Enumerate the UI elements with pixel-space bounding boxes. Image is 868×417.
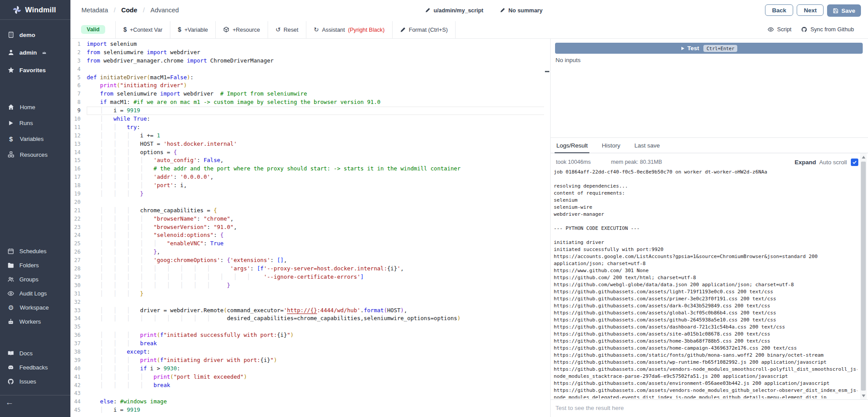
script-path-edit[interactable]: u/admin/my_script <box>425 7 483 14</box>
code-line[interactable]: 31 │ │ │ } <box>70 290 550 298</box>
sidebar-item-audit-logs[interactable]: Audit Logs <box>0 286 70 300</box>
line-number: 2 <box>70 48 87 57</box>
sidebar-item-feedbacks[interactable]: Feedbacks <box>0 360 70 374</box>
sidebar-item-workers[interactable]: Workers <box>0 314 70 328</box>
code-line[interactable]: 2from seleniumwire import webdriver <box>70 48 550 57</box>
expand-logs-button[interactable]: Expand <box>794 159 816 166</box>
sidebar-item-groups[interactable]: Groups <box>0 272 70 286</box>
code-line[interactable]: 33 │ │ │ driver = webdriver.Remote(comma… <box>70 306 550 315</box>
collapse-sidebar-button[interactable]: ← <box>5 398 14 407</box>
sidebar-item-home[interactable]: Home <box>0 99 70 115</box>
sidebar-item-favorites[interactable]: Favorites <box>0 61 70 79</box>
add-context-var-button[interactable]: $ +Context Var <box>116 21 169 38</box>
add-variable-button[interactable]: $ +Variable <box>171 21 215 38</box>
sidebar-item-schedules[interactable]: Schedules <box>0 244 70 258</box>
code-line[interactable]: 5def initiateDriver(macM1=False): <box>70 74 550 82</box>
code-line[interactable]: 4 <box>70 65 550 74</box>
test-button[interactable]: Test Ctrl+Enter <box>555 43 863 54</box>
save-button[interactable]: Save <box>827 4 861 17</box>
code-editor[interactable]: 1import selenium2from seleniumwire impor… <box>70 38 550 417</box>
add-resource-button[interactable]: +Resource <box>216 21 267 38</box>
sidebar-item-folders[interactable]: Folders <box>0 258 70 272</box>
tab-history[interactable]: History <box>602 138 620 153</box>
code-line[interactable]: 3from webdriver_manager.chrome import Ch… <box>70 57 550 65</box>
line-number: 45 <box>70 406 87 414</box>
windmill-logo[interactable]: Windmill <box>0 0 70 20</box>
code-line[interactable]: 17 │ │ │ │ 'addr': '0.0.0.0', <box>70 173 550 181</box>
user-menu[interactable]: admin <box>0 44 70 61</box>
code-line[interactable]: 32 <box>70 298 550 306</box>
log-line: --- PYTHON CODE EXECUTION --- <box>554 225 857 232</box>
code-line[interactable]: 35 <box>70 323 550 331</box>
format-button[interactable]: Format (Ctrl+S) <box>393 21 455 38</box>
tab-logs-result[interactable]: Logs/Result <box>556 138 588 153</box>
code-line[interactable]: 30 │ │ │ │ │ │ │ │ │ } <box>70 281 550 290</box>
sidebar-item-docs[interactable]: Docs <box>0 346 70 360</box>
code-line[interactable]: 16 │ │ │ │ # the addr and the port where… <box>70 165 550 173</box>
tab-code[interactable]: Code <box>121 7 137 14</box>
sidebar-item-issues[interactable]: Issues <box>0 374 70 388</box>
log-scrollbar[interactable] <box>860 153 867 399</box>
code-line[interactable]: 7 from seleniumwire import webdriver # I… <box>70 90 550 98</box>
code-line[interactable]: 28 │ │ │ │ │ │ │ │ │ 'args': [f'--proxy-… <box>70 265 550 273</box>
assistant-button[interactable]: ↻ Assistant (Pyright Black) <box>307 21 392 38</box>
tab-advanced[interactable]: Advanced <box>151 7 179 14</box>
scrollbar-thumb[interactable] <box>861 162 866 391</box>
code-line[interactable]: 40 │ │ │ if i > 9930: <box>70 365 550 373</box>
code-line[interactable]: 10 │ while True: <box>70 115 550 123</box>
save-label: Save <box>841 7 855 14</box>
back-button[interactable]: Back <box>765 4 793 16</box>
code-line[interactable]: 18 │ │ │ │ 'port': i, <box>70 181 550 190</box>
sidebar-item-workspace[interactable]: ⚙ Workspace <box>0 300 70 314</box>
code-line[interactable]: 13 │ │ │ HOST = 'host.docker.internal' <box>70 140 550 148</box>
sidebar-item-variables[interactable]: $ Variables <box>0 131 70 147</box>
scroll-up-arrow[interactable] <box>860 154 867 160</box>
code-line[interactable]: 24 │ │ │ │ "selenoid:options": { <box>70 231 550 240</box>
code-line[interactable]: 29 │ │ │ │ │ │ │ │ │ │ │ │ '--ignore-cer… <box>70 273 550 281</box>
code-line[interactable]: 37 │ │ │ break <box>70 340 550 348</box>
code-line[interactable]: 34 │ │ │ │ │ │ │ │ │ desired_capabilitie… <box>70 314 550 323</box>
code-line[interactable]: 27 │ │ │ │ 'goog:chromeOptions': {'exten… <box>70 256 550 265</box>
scroll-down-arrow[interactable] <box>860 392 867 399</box>
code-line[interactable]: 14 │ │ │ options = { <box>70 148 550 157</box>
code-line[interactable]: 9 │ i = 9919 <box>70 107 550 115</box>
code-line[interactable]: 23 │ │ │ │ "browserVersion": "91.0", <box>70 223 550 232</box>
script-summary-edit[interactable]: No summary <box>500 7 543 14</box>
code-line[interactable]: 19 │ │ │ } <box>70 190 550 198</box>
assistant-label: Assistant <box>322 26 345 33</box>
script-preview-button[interactable]: Script <box>766 21 793 38</box>
workspace-selector[interactable]: demo <box>0 26 70 44</box>
code-line[interactable]: 26 │ │ │ │ }, <box>70 248 550 256</box>
code-line[interactable]: 12 │ │ │ i += 1 <box>70 132 550 140</box>
code-line[interactable]: 11 │ │ try: <box>70 123 550 132</box>
nav-label: Feedbacks <box>19 364 48 371</box>
code-line[interactable]: 22 │ │ │ │ "browserName": "chrome", <box>70 215 550 223</box>
tab-metadata[interactable]: Metadata <box>81 7 108 14</box>
code-line[interactable]: 38 │ │ except: <box>70 348 550 356</box>
log-line: initiated successfully with port:9920 <box>554 246 857 253</box>
reset-button[interactable]: ↺ Reset <box>268 21 305 38</box>
code-line[interactable]: 36 │ │ │ print(f"initiated successfully … <box>70 331 550 340</box>
code-line[interactable]: 45 │ i = 9919 <box>70 406 550 414</box>
code-line[interactable]: 1import selenium <box>70 40 550 48</box>
code-line[interactable]: 21 │ │ │ chrome_capabilities = { <box>70 207 550 215</box>
code-line[interactable]: 8 if macM1: #if we are on mac m1 -> cust… <box>70 98 550 107</box>
code-line[interactable]: 39 │ │ │ print(f"initiating driver with … <box>70 356 550 365</box>
code-line[interactable]: 20 <box>70 198 550 207</box>
next-button[interactable]: Next <box>797 4 824 16</box>
sidebar-item-runs[interactable]: Runs <box>0 115 70 131</box>
code-line[interactable]: 6 print("initiating driver") <box>70 81 550 90</box>
code-line[interactable]: 43 <box>70 389 550 398</box>
tab-last-save[interactable]: Last save <box>634 138 660 153</box>
code-line[interactable]: 25 │ │ │ │ │ "enableVNC": True <box>70 240 550 248</box>
line-number: 6 <box>70 81 87 90</box>
code-line[interactable]: 15 │ │ │ │ 'auto_config': False, <box>70 156 550 165</box>
workspace-name: demo <box>19 32 35 38</box>
code-line[interactable]: 44 else: #windows image <box>70 398 550 406</box>
autoscroll-checkbox[interactable] <box>851 159 858 166</box>
code-line[interactable]: 41 │ │ │ │ print("port limit exceeded") <box>70 373 550 381</box>
code-line[interactable]: 42 │ │ │ │ break <box>70 381 550 390</box>
sync-from-github-button[interactable]: Sync from Github <box>799 21 856 38</box>
editor-overview-ruler[interactable] <box>544 38 550 417</box>
sidebar-item-resources[interactable]: Resources <box>0 147 70 162</box>
